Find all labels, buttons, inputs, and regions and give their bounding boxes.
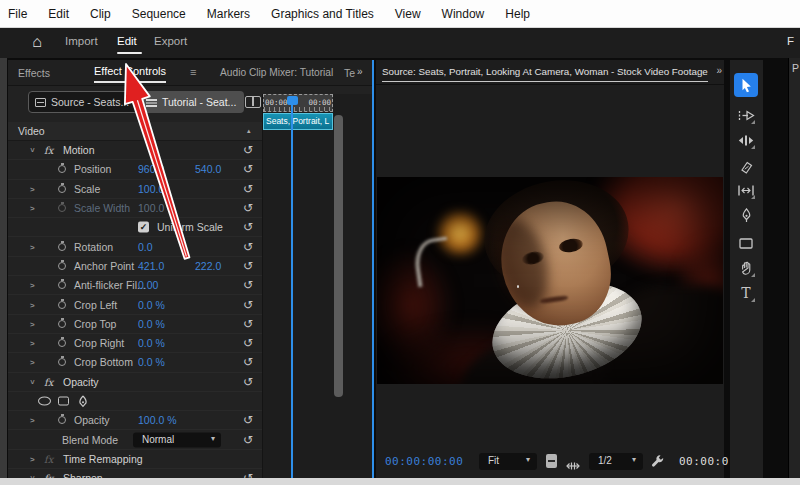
- menu-file[interactable]: File: [6, 7, 29, 21]
- checkbox[interactable]: ✓: [138, 222, 149, 233]
- tab-edit[interactable]: Edit: [117, 35, 137, 47]
- reset-icon[interactable]: ↺: [243, 337, 253, 349]
- stopwatch-icon[interactable]: [58, 165, 66, 173]
- property-value[interactable]: 421.0: [138, 260, 164, 272]
- home-icon[interactable]: ⌂: [26, 32, 48, 52]
- reset-icon[interactable]: ↺: [243, 221, 253, 233]
- menu-clip[interactable]: Clip: [88, 7, 113, 21]
- selection-tool[interactable]: [734, 73, 758, 97]
- tab-effect-controls[interactable]: Effect Controls: [94, 65, 166, 83]
- reset-icon[interactable]: ↺: [243, 260, 253, 272]
- effect-row-opacity[interactable]: >Opacity100.0 %↺: [8, 411, 262, 430]
- reset-icon[interactable]: ↺: [243, 376, 253, 388]
- mask-rect-icon[interactable]: [58, 397, 69, 406]
- tab-truncated[interactable]: Te: [344, 67, 355, 79]
- menu-edit[interactable]: Edit: [46, 7, 71, 21]
- property-value[interactable]: 100.0 %: [138, 414, 177, 426]
- effect-row-blend-mode[interactable]: Blend ModeNormal▾↺: [8, 430, 262, 449]
- effect-row-position[interactable]: Position960.0540.0↺: [8, 160, 262, 179]
- current-timecode[interactable]: 00:00:00:00: [385, 455, 463, 468]
- stopwatch-icon[interactable]: [58, 339, 66, 347]
- effect-row-uniform-scale[interactable]: ✓Uniform Scale↺: [8, 218, 262, 237]
- stopwatch-icon[interactable]: [58, 301, 66, 309]
- effect-row-anti-flicker-fil-[interactable]: >Anti-flicker Fil...0.00↺: [8, 276, 262, 295]
- zoom-level-dropdown[interactable]: Fit ▾: [479, 453, 537, 470]
- rectangle-tool[interactable]: [736, 233, 756, 253]
- tab-export[interactable]: Export: [154, 35, 187, 47]
- twirl-icon[interactable]: >: [28, 379, 37, 384]
- effect-row-time-remapping[interactable]: >fxTime Remapping: [8, 450, 262, 469]
- property-value[interactable]: 100.0: [138, 202, 164, 214]
- effect-row-mask[interactable]: [8, 392, 262, 411]
- property-value[interactable]: 540.0: [195, 163, 221, 175]
- menu-markers[interactable]: Markers: [205, 7, 252, 21]
- reset-icon[interactable]: ↺: [243, 279, 253, 291]
- reset-icon[interactable]: ↺: [243, 241, 253, 253]
- stopwatch-icon[interactable]: [58, 416, 66, 424]
- property-value[interactable]: 0.0 %: [138, 299, 165, 311]
- effect-row-rotation[interactable]: >Rotation0.0↺: [8, 237, 262, 256]
- twirl-icon[interactable]: >: [30, 281, 35, 290]
- wrench-icon[interactable]: [650, 454, 665, 469]
- property-value[interactable]: 0.00: [138, 279, 158, 291]
- property-value[interactable]: 100.0: [138, 183, 164, 195]
- effect-row-scale-width[interactable]: >Scale Width100.0↺: [8, 199, 262, 218]
- reset-icon[interactable]: ↺: [243, 318, 253, 330]
- effect-row-crop-bottom[interactable]: >Crop Bottom0.0 %↺: [8, 353, 262, 372]
- menu-view[interactable]: View: [393, 7, 423, 21]
- reset-icon[interactable]: ↺: [243, 299, 253, 311]
- collapse-arrow-icon[interactable]: ▴: [247, 127, 251, 135]
- twirl-icon[interactable]: >: [30, 319, 35, 328]
- property-value[interactable]: 960.0: [138, 163, 164, 175]
- playback-resolution-dropdown[interactable]: 1/2 ▾: [589, 453, 643, 470]
- playhead-grip[interactable]: [287, 96, 298, 105]
- reset-icon[interactable]: ↺: [243, 163, 253, 175]
- source-overflow-chevron-icon[interactable]: »: [716, 65, 721, 76]
- effect-row-crop-top[interactable]: >Crop Top0.0 %↺: [8, 315, 262, 334]
- effect-row-crop-left[interactable]: >Crop Left0.0 %↺: [8, 295, 262, 314]
- reset-icon[interactable]: ↺: [243, 356, 253, 368]
- pen-tool[interactable]: [736, 205, 756, 225]
- tab-effects[interactable]: Effects: [18, 67, 50, 79]
- property-value[interactable]: 222.0: [195, 260, 221, 272]
- blend-mode-dropdown[interactable]: Normal▾: [133, 432, 221, 447]
- stopwatch-icon[interactable]: [58, 185, 66, 193]
- hand-tool[interactable]: [736, 258, 756, 278]
- effect-row-anchor-point[interactable]: Anchor Point421.0222.0↺: [8, 257, 262, 276]
- stopwatch-icon[interactable]: [58, 320, 66, 328]
- track-select-forward-tool[interactable]: [736, 105, 756, 125]
- twirl-icon[interactable]: >: [30, 339, 35, 348]
- playhead-line[interactable]: [291, 96, 293, 478]
- panel-menu-icon[interactable]: ≡: [190, 66, 196, 78]
- reset-icon[interactable]: ↺: [243, 434, 253, 446]
- twirl-icon[interactable]: >: [28, 148, 37, 153]
- split-view-icon[interactable]: [245, 96, 261, 108]
- twirl-icon[interactable]: >: [30, 184, 35, 193]
- source-clip-button[interactable]: Source - Seats...: [28, 91, 138, 113]
- drag-audio-icon[interactable]: [564, 457, 582, 467]
- mask-ellipse-icon[interactable]: [38, 397, 51, 406]
- stopwatch-icon[interactable]: [58, 358, 66, 366]
- video-section-header[interactable]: Video ▴: [8, 122, 262, 141]
- tab-import[interactable]: Import: [65, 35, 98, 47]
- property-value[interactable]: 0.0 %: [138, 337, 165, 349]
- property-value[interactable]: 0.0 %: [138, 356, 165, 368]
- reset-icon[interactable]: ↺: [243, 202, 253, 214]
- tab-audio-clip-mixer[interactable]: Audio Clip Mixer: Tutorial: [220, 67, 333, 78]
- menu-graphics-and-titles[interactable]: Graphics and Titles: [269, 7, 376, 21]
- slip-tool[interactable]: [736, 180, 756, 200]
- mask-pen-icon[interactable]: [77, 395, 89, 408]
- twirl-icon[interactable]: >: [30, 454, 35, 463]
- property-value[interactable]: 0.0 %: [138, 318, 165, 330]
- sequence-clip-button[interactable]: Tutorial - Seat...: [140, 91, 244, 113]
- tab-source-clip[interactable]: Source: Seats, Portrait, Looking At Came…: [382, 66, 708, 82]
- reset-icon[interactable]: ↺: [243, 414, 253, 426]
- stopwatch-icon[interactable]: [58, 281, 66, 289]
- effect-row-opacity[interactable]: >fxOpacity↺: [8, 373, 262, 392]
- reset-icon[interactable]: ↺: [243, 144, 253, 156]
- vertical-scrollbar[interactable]: [334, 115, 343, 397]
- menu-help[interactable]: Help: [503, 7, 532, 21]
- stopwatch-icon[interactable]: [58, 204, 66, 212]
- timeline-ruler[interactable]: 00:00 00:00: [263, 94, 333, 112]
- ripple-edit-tool[interactable]: [736, 130, 756, 150]
